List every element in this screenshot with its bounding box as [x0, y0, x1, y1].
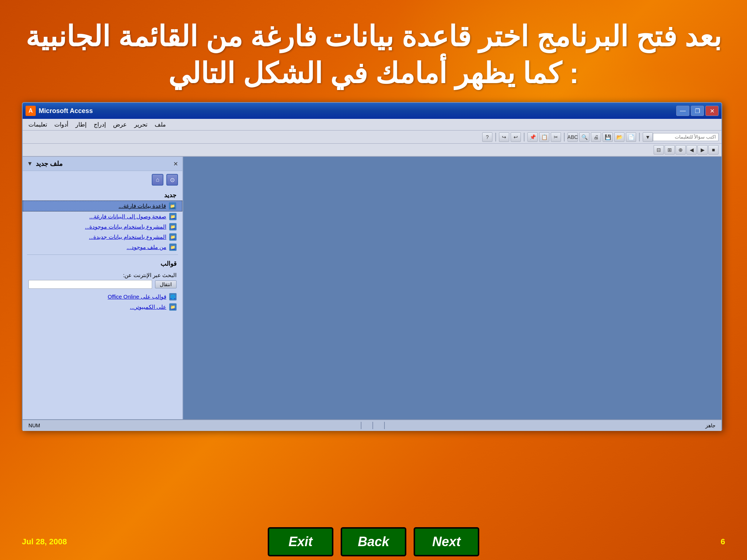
go-button[interactable]: انتقال [155, 280, 177, 288]
tb2-btn2[interactable]: ▶ [697, 145, 708, 155]
tb-spell[interactable]: ABC [568, 132, 578, 142]
tb-save[interactable]: 💾 [603, 132, 613, 142]
slide-header: بعد فتح البرنامج اختر قاعدة بيانات فارغة… [0, 7, 747, 92]
link-icon-from-file: 📁 [169, 244, 177, 251]
status-div-3 [361, 422, 361, 429]
menu-view[interactable]: عرض [113, 121, 127, 128]
left-panel: ✕ ملف جديد ▼ ⊙ ⌂ جديد 📁 قاعدة بيانات فار… [23, 157, 183, 419]
toolbar-2: ■ ▶ ◀ ⊕ ⊞ ⊟ [23, 144, 721, 157]
toolbar-separator [639, 133, 640, 141]
new-section-heading: جديد [23, 188, 182, 201]
tb-print[interactable]: 🖨 [591, 132, 601, 142]
menu-help[interactable]: تعليمات [28, 121, 47, 128]
link-on-computer[interactable]: 📁 على الكمبيوتر... [23, 302, 182, 312]
tb-redo[interactable]: ↪ [499, 132, 509, 142]
nav-buttons: ⊙ ⌂ [23, 171, 182, 188]
menu-bar: ملف تحرير عرض إدراج إطار أدوات تعليمات [23, 119, 721, 131]
back-button[interactable]: Back [341, 527, 406, 556]
toolbar-1: ▼ 📄 📂 💾 🖨 🔍 ABC ✂ 📋 📌 ↩ ↪ ? [23, 131, 721, 144]
title-bar-left: A Microsoft Access [26, 106, 93, 116]
dropdown-arrow[interactable]: ▼ [643, 132, 653, 142]
toolbar-separator-4 [495, 133, 496, 141]
panel-title: ملف جديد [36, 160, 63, 168]
ms-access-window: A Microsoft Access — ❐ ✕ ملف تحرير عرض إ… [22, 102, 722, 430]
navigation-buttons: Exit Back Next [268, 527, 479, 556]
link-icon-access-page: 📁 [169, 213, 177, 220]
tb-copy[interactable]: 📋 [539, 132, 549, 142]
tb-new[interactable]: 📄 [626, 132, 636, 142]
menu-edit[interactable]: تحرير [134, 121, 147, 128]
help-search-input[interactable] [653, 133, 719, 141]
link-label-project-new: المشروع باستخدام بيانات جديدة... [89, 234, 166, 240]
status-bar: جاهز NUM [23, 419, 721, 431]
search-row: انتقال [28, 280, 177, 289]
next-button[interactable]: Next [414, 527, 479, 556]
tb-paste[interactable]: 📌 [527, 132, 538, 142]
link-label-access-page: صفحة وصول إلى البيانات فارغة... [89, 213, 166, 220]
link-icon-blank-db: 📁 [169, 202, 176, 210]
status-right: جاهز [705, 423, 716, 428]
toolbar-separator-2 [564, 133, 565, 141]
template-search-input[interactable] [28, 280, 152, 289]
slide-page: 6 [721, 537, 725, 547]
tb2-btn6[interactable]: ⊟ [654, 145, 664, 155]
divider-1 [27, 254, 178, 255]
link-label-from-file: من ملف موجود... [127, 244, 166, 250]
tb-open[interactable]: 📂 [614, 132, 624, 142]
link-icon-on-computer: 📁 [169, 303, 177, 311]
link-icon-office-online: 🌐 [169, 293, 177, 300]
status-div-1 [384, 422, 385, 429]
link-blank-db[interactable]: 📁 قاعدة بيانات فارغة... [23, 201, 182, 211]
status-div-2 [372, 422, 373, 429]
slide-date: Jul 28, 2008 [22, 537, 67, 547]
link-label-office-online: قوالب على Office Online [108, 293, 166, 300]
right-panel [183, 157, 721, 419]
search-section: البحث عبر الإنترنت عن: انتقال [23, 269, 182, 292]
tb2-btn5[interactable]: ⊞ [665, 145, 675, 155]
link-label-blank-db: قاعدة بيانات فارغة... [119, 203, 166, 209]
link-icon-project-new: 📁 [169, 233, 177, 241]
tb2-btn4[interactable]: ⊕ [676, 145, 686, 155]
app-icon: A [26, 106, 36, 116]
main-content: ✕ ملف جديد ▼ ⊙ ⌂ جديد 📁 قاعدة بيانات فار… [23, 157, 721, 419]
menu-tools[interactable]: أدوات [54, 121, 68, 128]
window-controls: — ❐ ✕ [676, 106, 719, 116]
help-search[interactable]: ▼ [643, 132, 719, 142]
link-project-new[interactable]: 📁 المشروع باستخدام بيانات جديدة... [23, 232, 182, 242]
link-from-file[interactable]: 📁 من ملف موجود... [23, 242, 182, 252]
nav-home-btn[interactable]: ⌂ [152, 174, 163, 186]
link-office-online[interactable]: 🌐 قوالب على Office Online [23, 292, 182, 302]
title-bar: A Microsoft Access — ❐ ✕ [23, 103, 721, 119]
tb2-btn1[interactable]: ■ [708, 145, 719, 155]
restore-button[interactable]: ❐ [691, 106, 704, 116]
close-button[interactable]: ✕ [705, 106, 719, 116]
link-label-on-computer: على الكمبيوتر... [130, 304, 166, 310]
status-num: NUM [28, 423, 40, 428]
panel-header: ✕ ملف جديد ▼ [23, 157, 182, 171]
nav-back-btn[interactable]: ⊙ [166, 174, 178, 186]
tb-undo[interactable]: ↩ [511, 132, 521, 142]
exit-button[interactable]: Exit [268, 527, 333, 556]
templates-section-heading: قوالب [23, 257, 182, 269]
panel-dropdown-icon[interactable]: ▼ [27, 160, 33, 167]
minimize-button[interactable]: — [676, 106, 689, 116]
toolbar-separator-3 [524, 133, 525, 141]
panel-close-btn[interactable]: ✕ [173, 160, 178, 167]
link-icon-project-existing: 📁 [169, 223, 177, 230]
header-line2: : كما يظهر أمامك في الشكل التالي [22, 55, 725, 92]
tb-help[interactable]: ? [482, 132, 492, 142]
menu-file[interactable]: ملف [155, 121, 166, 128]
search-label: البحث عبر الإنترنت عن: [28, 272, 177, 279]
status-dividers [361, 422, 385, 429]
tb-cut[interactable]: ✂ [551, 132, 561, 142]
menu-insert[interactable]: إدراج [94, 121, 106, 128]
link-project-existing[interactable]: 📁 المشروع باستخدام بيانات موجودة... [23, 222, 182, 232]
tb2-btn3[interactable]: ◀ [686, 145, 697, 155]
tb-preview[interactable]: 🔍 [579, 132, 589, 142]
link-label-project-existing: المشروع باستخدام بيانات موجودة... [85, 223, 166, 230]
menu-window[interactable]: إطار [76, 121, 86, 128]
link-access-page[interactable]: 📁 صفحة وصول إلى البيانات فارغة... [23, 211, 182, 222]
window-title: Microsoft Access [39, 107, 93, 115]
header-line1: بعد فتح البرنامج اختر قاعدة بيانات فارغة… [22, 18, 725, 55]
